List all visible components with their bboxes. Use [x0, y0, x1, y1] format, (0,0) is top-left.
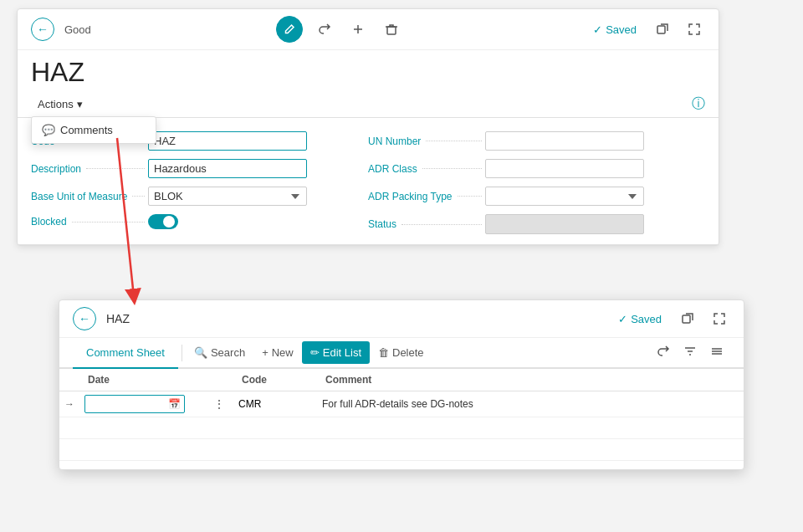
calendar-icon[interactable]: 📅 — [168, 398, 181, 410]
table-header: Date Code Comment — [59, 369, 744, 391]
blocked-toggle[interactable] — [148, 214, 178, 229]
un-number-input[interactable] — [485, 131, 644, 151]
tab-divider — [182, 345, 182, 361]
col-arrow — [59, 369, 79, 391]
open-new-window-button[interactable] — [652, 20, 673, 38]
adr-packing-label: ADR Packing Type — [368, 191, 485, 202]
info-icon[interactable]: ⓘ — [692, 95, 705, 113]
col-code: Code — [233, 369, 317, 391]
actions-dropdown: 💬 Comments — [31, 116, 156, 144]
add-button[interactable] — [346, 19, 370, 39]
delete-action[interactable]: 🗑 Delete — [370, 341, 432, 364]
sub-card-header: ← HAZ ✓ Saved — [59, 300, 744, 338]
empty-comment-cell — [317, 461, 744, 470]
code-cell[interactable] — [233, 391, 317, 417]
status-row: Status — [368, 214, 705, 234]
search-action[interactable]: 🔍 Search — [186, 341, 253, 364]
menu-button[interactable] — [703, 340, 730, 366]
table-row — [59, 461, 744, 470]
dot-line-un — [426, 141, 482, 141]
edit-button[interactable] — [276, 16, 303, 43]
adr-class-row: ADR Class — [368, 159, 705, 178]
code-input[interactable] — [148, 131, 307, 151]
sub-expand-button[interactable] — [708, 309, 730, 328]
toolbar-row: Actions ▾ 💬 Comments ⓘ — [18, 91, 719, 118]
dot-line-desc — [86, 168, 145, 169]
main-card-header: ← Good ✓ Saved — [18, 9, 719, 50]
table-scroll: Date Code Comment → 📅 — [59, 369, 744, 469]
breadcrumb: Good — [64, 23, 91, 36]
dot-line-blocked — [72, 222, 145, 223]
empty-code-cell[interactable] — [233, 439, 317, 461]
sub-check-icon: ✓ — [618, 313, 627, 325]
row-arrow-cell: → — [59, 391, 79, 417]
comments-menu-item[interactable]: 💬 Comments — [32, 117, 156, 143]
delete-icon: 🗑 — [378, 346, 389, 359]
base-uom-row: Base Unit of Measure BLOK — [31, 187, 368, 206]
sub-card: ← HAZ ✓ Saved Comment Sheet 🔍 Search + — [59, 299, 744, 470]
empty-dots-cell — [205, 461, 233, 470]
col-dots — [205, 369, 233, 391]
empty-comment-cell — [317, 417, 744, 439]
code-cell-input[interactable] — [238, 398, 312, 410]
date-cell[interactable]: 📅 — [79, 391, 205, 417]
row-navigate-icon[interactable]: → — [64, 398, 74, 410]
col-comment: Comment — [317, 369, 744, 391]
comment-table: Date Code Comment → 📅 — [59, 369, 744, 469]
description-label: Description — [31, 163, 148, 175]
share-button[interactable] — [313, 19, 336, 39]
sub-open-new-window-button[interactable] — [677, 309, 698, 328]
empty-arrow-cell — [59, 461, 79, 470]
blocked-row: Blocked — [31, 214, 368, 229]
description-input[interactable] — [148, 159, 307, 178]
comment-icon: 💬 — [42, 124, 55, 136]
un-number-row: UN Number — [368, 131, 705, 151]
empty-date-cell[interactable] — [79, 461, 205, 470]
empty-dots-cell — [205, 417, 233, 439]
comment-cell: For full ADR-details see DG-notes — [317, 391, 744, 417]
share-tab-button[interactable] — [650, 340, 677, 366]
dot-line-uom — [132, 196, 145, 197]
sub-back-button[interactable]: ← — [73, 307, 96, 330]
expand-button[interactable] — [683, 20, 705, 38]
svg-rect-3 — [683, 315, 690, 323]
page-title: HAZ — [18, 50, 719, 91]
tab-bar: Comment Sheet 🔍 Search + New ✏ Edit List… — [59, 338, 744, 369]
empty-code-cell[interactable] — [233, 461, 317, 470]
base-uom-select[interactable]: BLOK — [148, 187, 307, 206]
delete-button[interactable] — [380, 19, 403, 39]
row-options-icon[interactable]: ⋮ — [210, 397, 228, 411]
svg-rect-0 — [387, 27, 396, 34]
empty-code-cell[interactable] — [233, 417, 317, 439]
search-icon: 🔍 — [194, 346, 207, 359]
adr-packing-row: ADR Packing Type — [368, 187, 705, 206]
col-date: Date — [79, 369, 205, 391]
table-row: → 📅 ⋮ For full ADR-details see D — [59, 391, 744, 417]
adr-packing-select[interactable] — [485, 187, 644, 206]
form-right-col: UN Number ADR Class ADR Packing Type — [368, 131, 705, 234]
actions-button[interactable]: Actions ▾ — [31, 95, 90, 114]
un-number-label: UN Number — [368, 136, 485, 147]
status-label: Status — [368, 218, 485, 230]
sub-title: HAZ — [106, 312, 130, 325]
dot-line-status — [402, 224, 482, 225]
description-row: Description — [31, 159, 368, 178]
filter-button[interactable] — [677, 340, 703, 366]
date-input[interactable]: 📅 — [84, 395, 185, 413]
empty-arrow-cell — [59, 417, 79, 439]
chevron-down-icon: ▾ — [77, 98, 83, 110]
empty-dots-cell — [205, 439, 233, 461]
empty-date-cell[interactable] — [79, 439, 205, 461]
new-action[interactable]: + New — [253, 341, 302, 364]
dots-cell[interactable]: ⋮ — [205, 391, 233, 417]
edit-list-icon: ✏ — [310, 346, 320, 359]
adr-class-input[interactable] — [485, 159, 644, 178]
table-row — [59, 417, 744, 439]
back-button[interactable]: ← — [31, 18, 54, 41]
svg-rect-1 — [657, 26, 665, 33]
table-row — [59, 439, 744, 461]
edit-list-action[interactable]: ✏ Edit List — [302, 341, 370, 364]
empty-date-cell[interactable] — [79, 417, 205, 439]
tab-comment-sheet[interactable]: Comment Sheet — [73, 338, 178, 369]
dot-line-adr-class — [422, 168, 482, 169]
